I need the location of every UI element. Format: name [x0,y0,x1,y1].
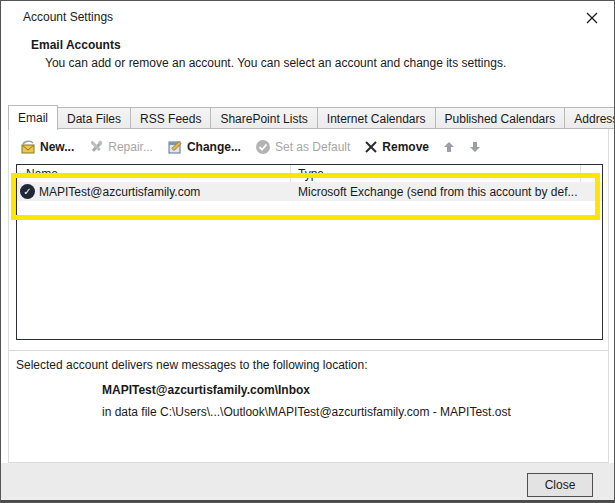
set-as-default-button: Set as Default [255,139,350,155]
repair-account-button: Repair... [88,139,153,155]
remove-account-button[interactable]: Remove [364,140,429,154]
account-type: Microsoft Exchange (send from this accou… [291,185,602,199]
account-name: MAPITest@azcurtisfamily.com [39,185,200,199]
divider [9,350,608,351]
move-down-button [469,141,481,153]
close-button[interactable]: Close [527,473,593,497]
tab-strip: Email Data Files RSS Feeds SharePoint Li… [8,105,615,129]
account-row[interactable]: ✓ MAPITest@azcurtisfamily.com Microsoft … [17,182,602,201]
accounts-toolbar: New... Repair... [20,135,481,159]
move-up-button [443,141,455,153]
remove-icon [364,140,378,154]
tab-data-files[interactable]: Data Files [58,107,131,129]
move-down-icon [469,141,481,153]
tab-internet-calendars[interactable]: Internet Calendars [318,107,436,129]
footer-bar: Close [1,463,614,502]
delivery-location: MAPITest@azcurtisfamily.com\Inbox [102,383,310,397]
close-icon[interactable] [582,8,602,28]
account-settings-dialog: Account Settings Email Accounts You can … [0,0,615,503]
window-title: Account Settings [23,10,113,24]
page-title: Email Accounts [31,38,121,52]
move-up-icon [443,141,455,153]
email-tab-pane: New... Repair... [8,127,609,463]
tab-sharepoint-lists[interactable]: SharePoint Lists [211,107,317,129]
exchange-account-icon: ✓ [20,184,35,199]
column-header-spacer [581,165,602,182]
delivery-info-text: Selected account delivers new messages t… [16,358,368,372]
close-x-glyph [585,11,599,25]
change-icon [167,139,183,155]
column-header-name[interactable]: Name [17,165,291,182]
accounts-list-header: Name Type [17,165,602,182]
column-header-type[interactable]: Type [291,165,581,182]
repair-icon [88,139,104,155]
new-mail-icon [20,139,36,155]
tab-address-books[interactable]: Address Books [565,107,615,129]
tab-published-calendars[interactable]: Published Calendars [436,107,566,129]
page-description: You can add or remove an account. You ca… [45,56,506,70]
change-account-button[interactable]: Change... [167,139,241,155]
accounts-list: Name Type ✓ MAPITest@azcurtisfamily.com … [16,164,603,340]
tab-email[interactable]: Email [8,105,58,130]
new-account-button[interactable]: New... [20,139,74,155]
set-default-icon [255,139,271,155]
tab-rss-feeds[interactable]: RSS Feeds [131,107,211,129]
data-file-path: in data file C:\Users\...\Outlook\MAPITe… [102,405,511,419]
